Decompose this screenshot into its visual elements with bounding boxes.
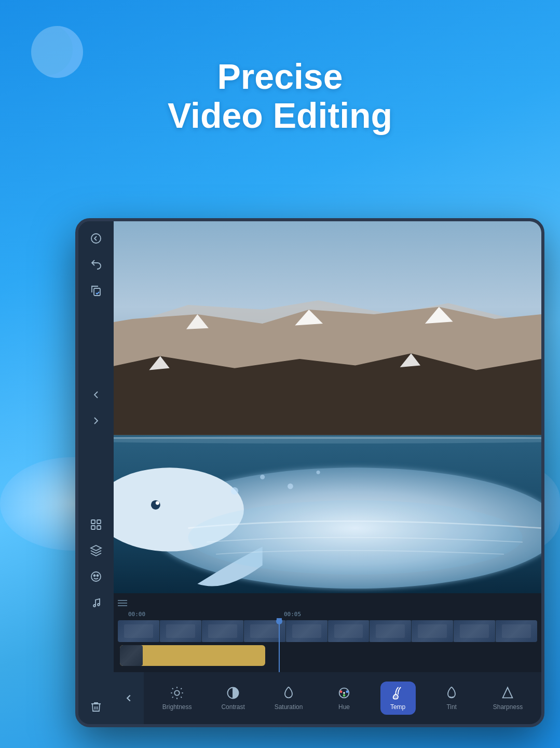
svg-rect-5 [97,526,101,529]
tool-brightness[interactable]: Brightness [157,682,197,715]
svg-marker-6 [91,545,101,551]
tool-temp-label: Temp [390,703,405,711]
layers-icon[interactable] [85,540,107,562]
svg-point-37 [174,690,179,695]
svg-rect-3 [97,520,101,524]
svg-marker-52 [503,688,513,698]
hero-text-block: Precise Video Editing [0,57,560,135]
svg-point-49 [346,690,348,693]
svg-point-9 [97,575,99,577]
tools-list: Brightness Contrast Saturati [144,682,541,715]
thumb-3 [202,620,243,642]
mask-icon[interactable] [85,566,107,587]
svg-line-44 [172,697,173,698]
timeline-controls [114,597,541,611]
color-grade-track[interactable] [120,645,265,666]
svg-line-40 [172,688,173,689]
timeline-area: 00:00 00:05 [114,593,541,672]
tool-sharpness-label: Sharpness [493,703,523,711]
track-thumbnails [118,620,537,642]
tool-temp[interactable]: Temp [380,682,416,715]
tool-contrast[interactable]: Contrast [215,682,251,715]
sidebar [78,221,114,724]
playhead[interactable] [279,620,280,672]
timecode-middle: 00:05 [284,611,301,618]
delete-icon[interactable] [85,696,107,718]
timeline-tracks[interactable] [114,620,541,672]
svg-point-51 [343,692,345,694]
thumb-10 [496,620,537,642]
svg-point-32 [317,471,320,474]
svg-point-8 [94,575,95,577]
tool-tint[interactable]: Tint [434,682,469,715]
copy-check-icon[interactable] [85,279,107,301]
tool-saturation-label: Saturation [275,703,303,711]
back-circle-icon[interactable] [85,228,107,249]
svg-rect-2 [91,520,95,524]
tablet-device: 00:00 00:05 [75,218,544,727]
svg-point-33 [188,500,523,575]
svg-point-7 [91,572,101,581]
thumb-5 [286,620,327,642]
thumb-1 [118,620,159,642]
svg-rect-4 [91,526,95,529]
timeline-menu-icon[interactable] [118,599,127,609]
main-video-track[interactable] [118,620,537,642]
svg-line-45 [181,688,182,689]
video-scene-svg [114,221,541,593]
thumb-2 [160,620,201,642]
tool-saturation[interactable]: Saturation [269,682,308,715]
arrow-forward-icon[interactable] [85,410,107,432]
tool-hue-label: Hue [338,703,350,711]
tool-brightness-label: Brightness [162,703,192,711]
tool-tint-label: Tint [446,703,457,711]
color-grade-track-row [118,645,537,667]
timeline-timecodes: 00:00 00:05 [118,611,541,619]
color-track-thumb [120,645,143,666]
svg-point-48 [340,690,343,693]
tool-contrast-label: Contrast [221,703,244,711]
tool-sharpness[interactable]: Sharpness [488,682,528,715]
svg-point-27 [151,500,160,510]
arrow-back-icon[interactable] [85,384,107,406]
svg-point-24 [114,436,541,443]
tool-hue[interactable]: Hue [326,682,362,715]
svg-point-29 [231,487,238,495]
music-icon[interactable] [85,592,107,613]
back-button[interactable] [114,672,144,724]
bottom-toolbar: Brightness Contrast Saturati [114,672,541,724]
main-content: 00:00 00:05 [114,221,541,724]
undo-icon[interactable] [85,253,107,275]
svg-point-31 [288,484,293,489]
svg-point-0 [91,234,101,243]
hero-line2: Video Editing [168,96,392,135]
video-preview [114,221,541,593]
timecode-start: 00:00 [128,611,145,618]
svg-point-50 [343,694,346,697]
thumb-8 [412,620,453,642]
svg-line-41 [181,697,182,698]
thumb-9 [454,620,495,642]
svg-point-28 [156,501,159,505]
hero-line1: Precise [217,57,343,96]
svg-point-30 [260,475,265,479]
grid-icon[interactable] [85,514,107,536]
thumb-7 [370,620,411,642]
thumb-6 [328,620,370,642]
